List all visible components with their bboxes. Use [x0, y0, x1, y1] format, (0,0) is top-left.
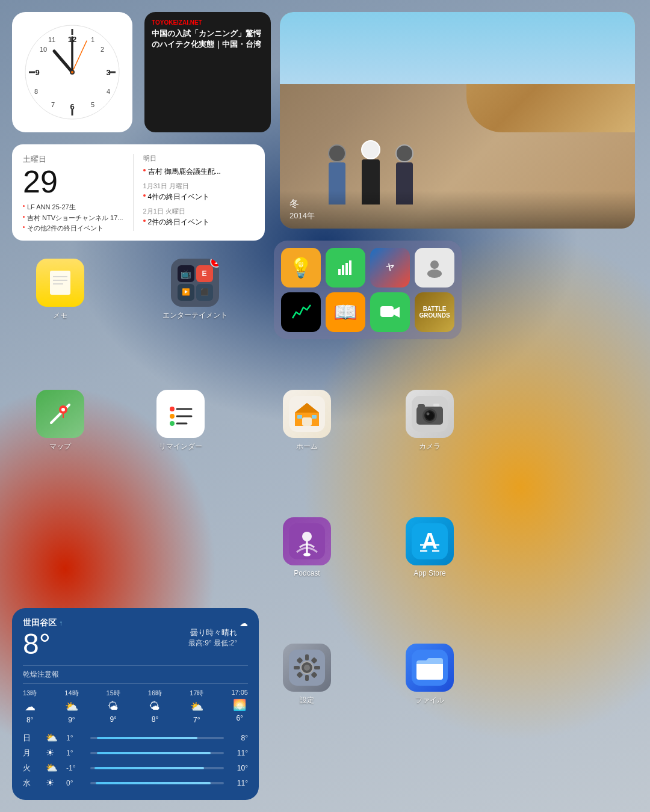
weather-hour-0: 13時 ☁ 8° [23, 689, 37, 724]
cal-date-1: 1月31日 月曜日 [143, 182, 254, 191]
home-app[interactable]: ホーム [283, 390, 331, 452]
settings-app[interactable]: 設定 [283, 644, 331, 706]
weather-hour-5: 17:05 🌅 6° [231, 689, 248, 724]
svg-rect-22 [50, 271, 70, 295]
cal-day-name: 土曜日 [23, 154, 123, 165]
memo-label: メモ [53, 310, 67, 321]
home-label: ホーム [296, 441, 318, 452]
svg-text:A: A [422, 529, 438, 553]
calendar-right: 明日 吉村 御馬鹿会議生配... 1月31日 月曜日 4件の終日イベント 2月1… [143, 154, 254, 231]
podcast-app[interactable]: Podcast [283, 517, 331, 577]
folder-app-tips[interactable]: 💡 [281, 248, 321, 288]
svg-rect-53 [312, 415, 317, 419]
svg-point-45 [170, 421, 175, 426]
svg-point-58 [426, 411, 434, 420]
weather-hour-1: 14時 ⛅ 9° [64, 689, 78, 724]
svg-point-32 [427, 269, 442, 278]
calendar-widget[interactable]: 土曜日 29 LF ANN 25-27生 吉村 NTVショーチャンネル 17..… [12, 144, 265, 241]
weather-day-sun: 日 ⛅ 1° 8° [23, 730, 248, 745]
appstore-icon: A [406, 517, 454, 565]
cloud-icon: ☁ [240, 618, 248, 628]
app-folder[interactable]: 💡 ヤ 📖 BATTLEGROUNDS [274, 241, 462, 339]
weather-hourly: 13時 ☁ 8° 14時 ⛅ 9° 15時 🌤 9° 16時 🌤 8° 17時 [23, 689, 248, 724]
svg-rect-60 [433, 404, 439, 407]
weather-hour-2: 15時 🌤 9° [107, 689, 120, 724]
settings-label: 設定 [300, 695, 314, 706]
svg-rect-61 [418, 404, 425, 408]
svg-text:11: 11 [48, 36, 55, 43]
files-label: ファイル [415, 695, 444, 706]
weather-minmax: 最高:9° 最低:2° [188, 638, 237, 648]
weather-day-wed: 水 ☀ 0° 11° [23, 775, 248, 790]
svg-marker-34 [394, 307, 400, 318]
svg-text:2: 2 [101, 46, 104, 53]
files-app[interactable]: ファイル [406, 644, 454, 706]
maps-icon [36, 390, 84, 438]
cal-divider [133, 154, 134, 231]
svg-point-31 [430, 260, 439, 269]
svg-text:7: 7 [51, 101, 55, 108]
entertainment-label: エンターテイメント [162, 310, 228, 321]
cal-date-2: 2月1日 火曜日 [143, 207, 254, 216]
folder-app-facetime[interactable] [370, 292, 410, 332]
svg-point-63 [302, 532, 312, 541]
camera-label: カメラ [419, 441, 441, 452]
svg-text:1: 1 [91, 36, 94, 43]
clock-widget[interactable]: 12 6 9 3 2 5 7 10 11 1 4 8 [12, 12, 132, 132]
camera-icon [406, 390, 454, 438]
maps-app[interactable]: マップ [36, 390, 84, 452]
photo-overlay: 冬 2014年 [280, 191, 635, 229]
memo-app[interactable]: メモ [36, 259, 84, 321]
weather-widget[interactable]: 世田谷区 ↑ ☁ 8° 曇り時々晴れ 最高:9° 最低:2° 乾燥注意報 13時… [12, 608, 259, 800]
folder-app-yanjyan[interactable]: ヤ [370, 248, 410, 288]
svg-text:10: 10 [40, 46, 47, 53]
cal-tomorrow-label: 明日 [143, 154, 254, 163]
cal-date: 29 [23, 166, 123, 197]
svg-point-41 [170, 407, 175, 411]
weather-warning: 乾燥注意報 [23, 665, 248, 684]
folder-app-books[interactable]: 📖 [326, 292, 365, 332]
svg-rect-30 [349, 260, 351, 275]
svg-point-73 [304, 665, 310, 671]
svg-rect-51 [302, 417, 312, 426]
weather-desc: 曇り時々晴れ [190, 627, 237, 638]
entertainment-folder[interactable]: 1 📺 E ▶️ ⬛ エンターテイメント [162, 259, 228, 321]
weather-day-mon: 月 ☀ 1° 11° [23, 745, 248, 760]
folder-app-pubg[interactable]: BATTLEGROUNDS [415, 292, 454, 332]
calendar-left: 土曜日 29 LF ANN 25-27生 吉村 NTVショーチャンネル 17..… [23, 154, 123, 231]
weather-hour-3: 16時 🌤 8° [148, 689, 162, 724]
svg-rect-27 [338, 269, 341, 275]
svg-point-21 [71, 71, 73, 73]
appstore-app[interactable]: A App Store [406, 517, 454, 577]
svg-rect-28 [342, 265, 344, 275]
weather-day-tue: 火 ⛅ -1° 10° [23, 760, 248, 775]
svg-text:4: 4 [107, 88, 110, 95]
folder-app-stocks[interactable] [281, 292, 321, 332]
svg-rect-33 [380, 306, 394, 317]
files-icon [406, 644, 454, 692]
settings-icon [283, 644, 331, 692]
entertainment-icon: 1 📺 E ▶️ ⬛ [171, 259, 219, 307]
folder-app-contacts[interactable] [415, 248, 454, 288]
home-icon [283, 390, 331, 438]
clock-face: 12 6 9 3 2 5 7 10 11 1 4 8 [24, 24, 120, 120]
svg-text:5: 5 [91, 101, 94, 108]
news-widget[interactable]: TOYOKEIZAI.NET 中国の入試「カンニング」驚愕のハイテク化実態｜中国… [144, 12, 271, 132]
podcast-icon [283, 517, 331, 565]
svg-rect-29 [345, 263, 348, 275]
reminders-icon [156, 390, 205, 438]
svg-text:6: 6 [70, 102, 74, 111]
weather-location: 世田谷区 [23, 618, 57, 629]
folder-app-numbers[interactable] [326, 248, 365, 288]
news-source: TOYOKEIZAI.NET [152, 19, 264, 26]
maps-label: マップ [49, 441, 71, 452]
location-arrow-icon: ↑ [59, 619, 63, 627]
photo-widget[interactable]: 冬 2014年 [280, 12, 635, 229]
folder-grid: 💡 ヤ 📖 BATTLEGROUNDS [281, 248, 454, 332]
camera-app[interactable]: カメラ [406, 390, 454, 452]
podcast-label: Podcast [294, 569, 320, 577]
reminders-app[interactable]: リマインダー [156, 390, 205, 452]
svg-text:9: 9 [35, 68, 39, 77]
svg-text:8: 8 [34, 88, 38, 95]
svg-rect-76 [294, 666, 300, 669]
